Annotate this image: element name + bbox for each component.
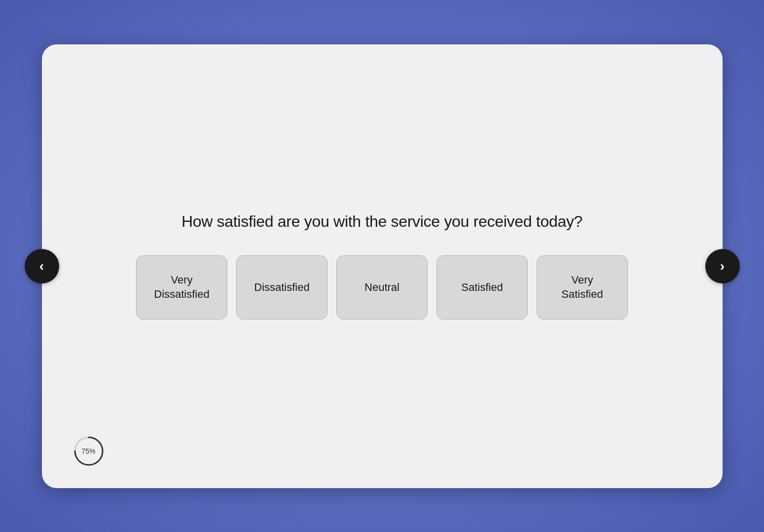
prev-button[interactable]: ‹	[25, 249, 59, 284]
option-neutral[interactable]: Neutral	[336, 255, 428, 319]
next-button[interactable]: ›	[705, 249, 740, 284]
main-content: How satisfied are you with the service y…	[42, 44, 723, 488]
option-satisfied[interactable]: Satisfied	[437, 255, 528, 319]
progress-container: 75%	[72, 434, 106, 468]
survey-card: ‹ › How satisfied are you with the servi…	[42, 44, 723, 488]
progress-circle: 75%	[72, 434, 106, 468]
option-dissatisfied[interactable]: Dissatisfied	[236, 255, 327, 319]
options-row: VeryDissatisfied Dissatisfied Neutral Sa…	[136, 255, 628, 319]
survey-question: How satisfied are you with the service y…	[182, 213, 582, 231]
chevron-left-icon: ‹	[39, 258, 44, 274]
option-very-satisfied[interactable]: VerySatisfied	[537, 255, 628, 319]
option-very-dissatisfied[interactable]: VeryDissatisfied	[136, 255, 227, 319]
progress-label: 75%	[81, 447, 95, 455]
chevron-right-icon: ›	[720, 258, 725, 274]
